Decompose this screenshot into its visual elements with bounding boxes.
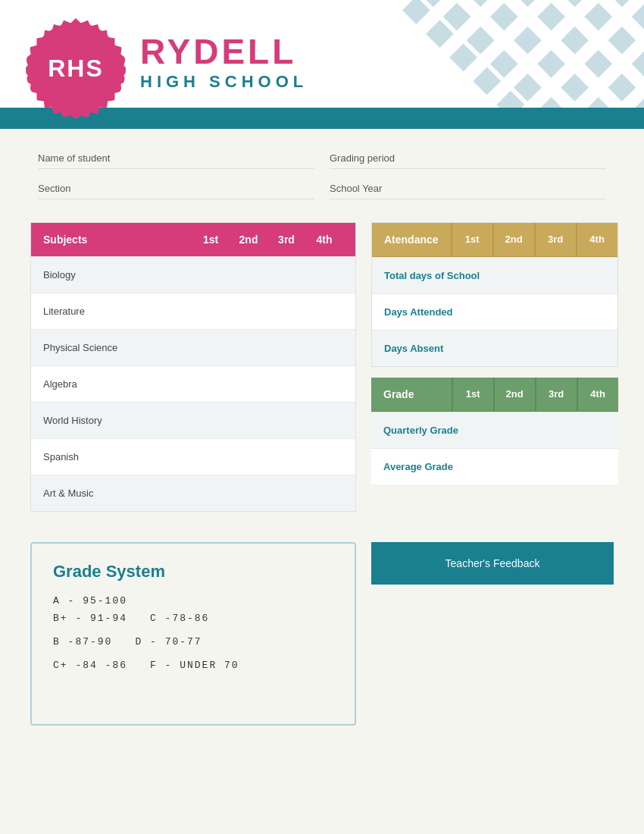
grade-entry-bplus: B+ - 91-94 bbox=[53, 613, 127, 624]
bottom-section: Grade System A - 95-100 B+ - 91-94 C -78… bbox=[0, 527, 644, 748]
logo-text: RHS bbox=[48, 55, 104, 83]
diamond-cell bbox=[584, 50, 612, 78]
days-attended-row: Days Attended bbox=[372, 293, 617, 330]
att-col3: 3rd bbox=[534, 223, 576, 256]
grade-entry-c: C -78-86 bbox=[150, 613, 209, 624]
grade-system-title: Grade System bbox=[53, 562, 333, 582]
days-absent-row: Days Absent bbox=[372, 330, 617, 366]
grade-entry-cplus: C+ -84 -86 bbox=[53, 660, 127, 671]
grade-col3: 3rd bbox=[535, 378, 577, 411]
subjects-col4: 4th bbox=[305, 234, 343, 246]
subject-row-algebra: Algebra bbox=[31, 365, 355, 402]
subjects-col3: 3rd bbox=[267, 234, 305, 246]
feedback-header: Teacher's Feedback bbox=[371, 542, 614, 585]
diamond-cell bbox=[608, 74, 636, 102]
grade-entry-f: F - UNDER 70 bbox=[150, 660, 239, 671]
diamond-cell bbox=[514, 74, 542, 102]
grading-period-label: Grading period bbox=[330, 148, 606, 169]
grade-entry-row1: B+ - 91-94 C -78-86 bbox=[53, 613, 333, 630]
attendance-table: Atendance 1st 2nd 3rd 4th Total days of … bbox=[371, 222, 618, 367]
student-name-label: Name of student bbox=[38, 148, 314, 169]
school-year-label: School Year bbox=[330, 178, 606, 199]
diamond-cell bbox=[426, 20, 454, 48]
feedback-container: Teacher's Feedback bbox=[371, 542, 614, 726]
attendance-header: Atendance 1st 2nd 3rd 4th bbox=[372, 223, 617, 257]
subject-row-physical-science: Physical Science bbox=[31, 329, 355, 365]
diamond-grid: // We'll generate diamonds via JS after … bbox=[402, 0, 644, 114]
subject-row-literature: Literature bbox=[31, 293, 355, 329]
diamond-pattern: // We'll generate diamonds via JS after … bbox=[356, 0, 644, 114]
feedback-area[interactable] bbox=[377, 621, 608, 720]
diamond-cell bbox=[584, 3, 612, 31]
diamond-cell bbox=[514, 0, 542, 7]
grade-col2: 2nd bbox=[493, 378, 535, 411]
diamond-cell bbox=[537, 3, 565, 31]
section-label: Section bbox=[38, 178, 314, 199]
subject-row-art-music: Art & Music bbox=[31, 475, 355, 511]
diamond-cell bbox=[632, 3, 644, 31]
subjects-col-label: Subjects bbox=[43, 234, 192, 246]
diamond-cell bbox=[473, 67, 501, 96]
subjects-header: Subjects 1st 2nd 3rd 4th bbox=[31, 223, 355, 256]
grade-entry-a: A - 95-100 bbox=[53, 595, 333, 607]
diamond-cell bbox=[490, 3, 518, 31]
diamond-cell bbox=[449, 43, 477, 71]
total-days-row: Total days of School bbox=[372, 257, 617, 293]
diamond-cell bbox=[632, 50, 644, 78]
diamond-cell bbox=[514, 27, 542, 55]
school-name-main: RYDELL bbox=[140, 34, 308, 69]
logo-circle: RHS bbox=[30, 23, 121, 114]
grade-header: Grade 1st 2nd 3rd 4th bbox=[371, 378, 618, 412]
att-col2: 2nd bbox=[492, 223, 534, 256]
grade-label: Grade bbox=[371, 378, 452, 411]
subject-row-biology: Biology bbox=[31, 256, 355, 293]
attendance-label: Atendance bbox=[372, 223, 451, 256]
diamond-cell bbox=[561, 74, 589, 102]
att-col1: 1st bbox=[451, 223, 492, 256]
school-name-block: RYDELL HIGH SCHOOL bbox=[140, 34, 308, 92]
school-name-sub: HIGH SCHOOL bbox=[140, 72, 308, 92]
grade-entry-d: D - 70-77 bbox=[135, 636, 202, 647]
grade-entry-b: B -87-90 bbox=[53, 636, 112, 647]
grade-col4: 4th bbox=[577, 378, 618, 411]
att-col4: 4th bbox=[576, 223, 617, 256]
diamond-cell bbox=[402, 0, 430, 24]
diamond-cell bbox=[608, 0, 636, 7]
grade-section: Grade 1st 2nd 3rd 4th Quarterly Grade Av… bbox=[371, 378, 618, 484]
main-content: Subjects 1st 2nd 3rd 4th Biology Literat… bbox=[0, 215, 644, 527]
header: // We'll generate diamonds via JS after … bbox=[0, 0, 644, 129]
grade-entry-row2: B -87-90 D - 70-77 bbox=[53, 636, 333, 654]
grade-col1: 1st bbox=[452, 378, 493, 411]
subject-row-spanish: Spanish bbox=[31, 438, 355, 475]
diamond-cell bbox=[467, 27, 495, 55]
average-grade-row: Average Grade bbox=[371, 448, 618, 484]
diamond-cell bbox=[537, 50, 565, 78]
grade-entry-row3: C+ -84 -86 F - UNDER 70 bbox=[53, 660, 333, 677]
diamond-cell bbox=[561, 27, 589, 55]
subject-row-world-history: World History bbox=[31, 402, 355, 438]
grade-system-box: Grade System A - 95-100 B+ - 91-94 C -78… bbox=[30, 542, 356, 726]
diamond-cell bbox=[467, 0, 495, 7]
diamond-cell bbox=[608, 27, 636, 55]
quarterly-grade-row: Quarterly Grade bbox=[371, 412, 618, 448]
diamond-cell bbox=[443, 3, 471, 31]
subjects-col1: 1st bbox=[192, 234, 230, 246]
subjects-col2: 2nd bbox=[230, 234, 267, 246]
right-panel: Atendance 1st 2nd 3rd 4th Total days of … bbox=[371, 222, 618, 512]
subjects-table: Subjects 1st 2nd 3rd 4th Biology Literat… bbox=[30, 222, 356, 512]
diamond-cell bbox=[490, 50, 518, 78]
diamond-cell bbox=[561, 0, 589, 7]
info-section: Name of student Grading period Section S… bbox=[0, 129, 644, 215]
